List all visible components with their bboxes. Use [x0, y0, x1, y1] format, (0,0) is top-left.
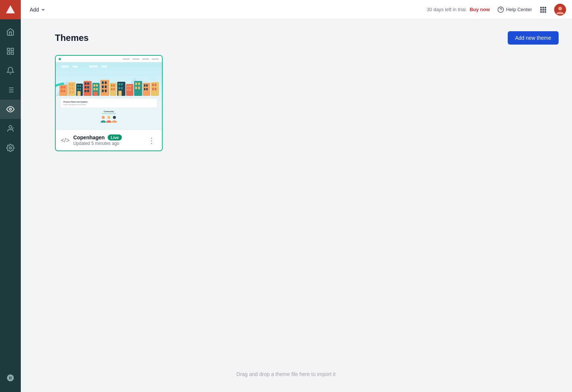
svg-rect-59	[96, 88, 98, 90]
preview-logo-dot	[59, 58, 61, 60]
svg-rect-82	[127, 89, 129, 91]
svg-rect-0	[7, 48, 10, 51]
svg-rect-90	[144, 84, 146, 87]
svg-rect-60	[94, 92, 98, 96]
svg-rect-40	[69, 91, 71, 93]
svg-rect-20	[545, 9, 546, 10]
sidebar-item-zendesk[interactable]	[0, 368, 21, 388]
preview-nav-links	[123, 58, 159, 60]
svg-rect-93	[146, 88, 148, 90]
svg-point-10	[9, 108, 12, 110]
sidebar-bottom	[0, 368, 21, 392]
theme-card-footer: </> Copenhagen Live Updated 5 minutes ag…	[56, 130, 162, 150]
svg-rect-49	[85, 82, 87, 85]
community-illustration	[98, 115, 120, 123]
live-badge: Live	[108, 135, 122, 140]
avatar-image	[554, 4, 566, 16]
svg-rect-71	[111, 88, 113, 90]
add-button-label: Add	[30, 7, 39, 13]
preview-nav-link-3	[142, 58, 149, 60]
page-header: Themes Add new theme	[55, 31, 559, 45]
buy-now-link[interactable]: Buy now	[469, 7, 490, 12]
svg-point-11	[9, 126, 12, 128]
theme-card-left: </> Copenhagen Live Updated 5 minutes ag…	[61, 135, 122, 146]
svg-rect-51	[85, 86, 87, 88]
svg-rect-17	[545, 7, 546, 8]
preview-nav-link-4	[152, 58, 159, 60]
svg-rect-18	[540, 9, 542, 10]
theme-info: Copenhagen Live Updated 5 minutes ago	[73, 135, 122, 146]
svg-rect-80	[127, 85, 129, 87]
svg-rect-67	[105, 90, 107, 92]
svg-rect-66	[102, 90, 104, 92]
svg-rect-23	[545, 11, 546, 13]
svg-rect-22	[542, 11, 544, 13]
svg-rect-53	[85, 90, 87, 92]
preview-hero	[56, 62, 162, 96]
svg-rect-39	[72, 87, 74, 90]
sidebar-item-themes[interactable]	[0, 100, 21, 119]
sidebar-item-settings[interactable]	[0, 138, 21, 158]
topbar: Add 30 days left in trial. Buy now	[21, 0, 572, 19]
preview-search-title: Product News and Updates	[64, 101, 154, 103]
svg-rect-58	[94, 88, 95, 90]
preview-nav-link-2	[132, 58, 140, 60]
buildings-illustration	[56, 72, 162, 96]
svg-rect-56	[94, 84, 95, 87]
svg-rect-44	[79, 85, 81, 87]
svg-rect-75	[121, 83, 123, 85]
topbar-right: 30 days left in trial. Buy now Help Cent…	[427, 4, 566, 16]
svg-rect-76	[118, 87, 120, 89]
svg-rect-81	[129, 85, 131, 87]
apps-grid-icon	[539, 6, 547, 13]
svg-rect-1	[11, 48, 13, 51]
trial-text: 30 days left in trial.	[427, 7, 467, 12]
theme-preview: Product News and Updates Come to things …	[56, 56, 162, 130]
svg-rect-2	[7, 52, 10, 54]
sidebar	[0, 0, 21, 392]
sidebar-item-boards[interactable]	[0, 42, 21, 61]
svg-rect-95	[152, 84, 154, 86]
add-button[interactable]: Add	[27, 5, 49, 14]
svg-rect-77	[121, 87, 123, 89]
sidebar-item-alerts[interactable]	[0, 61, 21, 80]
sidebar-item-home[interactable]	[0, 22, 21, 42]
preview-nav-link-1	[123, 58, 130, 60]
preview-topbar	[56, 56, 162, 62]
code-icon: </>	[61, 137, 69, 144]
svg-point-100	[107, 116, 110, 119]
add-new-theme-button[interactable]: Add new theme	[508, 31, 559, 45]
svg-point-25	[558, 7, 562, 10]
svg-rect-45	[77, 88, 79, 90]
svg-point-101	[113, 116, 116, 119]
themes-grid: Product News and Updates Come to things …	[55, 55, 559, 151]
svg-rect-54	[87, 90, 89, 92]
theme-name-row: Copenhagen Live	[73, 135, 122, 140]
sidebar-logo[interactable]	[0, 0, 21, 19]
svg-rect-97	[152, 88, 154, 90]
svg-rect-37	[72, 84, 74, 86]
svg-rect-70	[113, 84, 115, 87]
svg-rect-74	[118, 83, 120, 85]
svg-rect-33	[61, 90, 63, 92]
svg-rect-69	[111, 84, 113, 87]
apps-grid-button[interactable]	[539, 6, 547, 13]
svg-rect-16	[542, 7, 544, 8]
help-center-button[interactable]: Help Center	[497, 6, 532, 13]
svg-rect-34	[64, 90, 65, 92]
svg-rect-62	[102, 81, 104, 84]
svg-rect-83	[129, 89, 131, 91]
preview-inner: Product News and Updates Come to things …	[56, 56, 162, 130]
theme-card[interactable]: Product News and Updates Come to things …	[55, 55, 163, 151]
sidebar-item-users[interactable]	[0, 119, 21, 138]
svg-rect-50	[87, 82, 89, 85]
preview-search-subtitle: Come to things about our products	[64, 104, 154, 106]
theme-menu-button[interactable]: ⋮	[146, 135, 157, 146]
user-avatar[interactable]	[554, 4, 566, 16]
svg-point-99	[102, 116, 105, 119]
preview-clouds	[56, 65, 162, 68]
svg-rect-91	[146, 84, 148, 87]
sidebar-item-content[interactable]	[0, 80, 21, 100]
theme-name: Copenhagen	[73, 135, 105, 140]
svg-rect-15	[540, 7, 542, 8]
